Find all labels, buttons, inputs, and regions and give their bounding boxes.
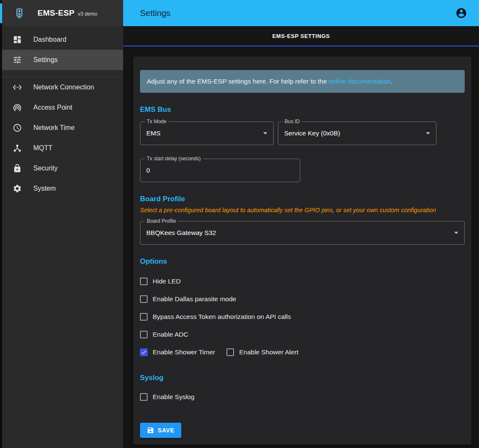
sidebar-item-label: Access Point [33, 104, 72, 111]
dashboard-icon [12, 35, 22, 45]
board-profile-value: BBQKees Gateway S32 [140, 221, 464, 244]
tx-mode-select[interactable]: Tx Mode EMS [140, 121, 274, 145]
options-checkbox-list: Hide LED Enable Dallas parasite mode [140, 273, 465, 361]
checkbox-label: Enable Syslog [153, 393, 194, 401]
checkbox-enable-adc[interactable]: Enable ADC [140, 331, 188, 338]
brand: EMS-ESP v3 demo [2, 0, 123, 26]
bus-id-label: Bus ID [283, 119, 302, 124]
edge-strip [0, 0, 2, 448]
checkbox-hide-led[interactable]: Hide LED [140, 278, 180, 285]
sidebar-item-dashboard[interactable]: Dashboard [2, 30, 123, 50]
banner-text-after: . [391, 78, 393, 85]
clock-icon [12, 123, 22, 133]
section-title-syslog: Syslog [140, 374, 465, 382]
checkbox-row: Enable Shower Timer Enable Shower Alert [140, 343, 465, 361]
checkbox-row: Bypass Access Token authorization on API… [140, 308, 465, 326]
checkbox-box[interactable] [140, 393, 148, 401]
bus-id-value: Service Key (0x0B) [278, 122, 436, 145]
ems-bus-field-row: Tx Mode EMS Bus ID Service Key (0x0B) [140, 121, 465, 145]
sidebar-item-security[interactable]: Security [2, 158, 123, 178]
sidebar-item-system[interactable]: System [2, 178, 123, 199]
checkbox-bypass-token[interactable]: Bypass Access Token authorization on API… [140, 313, 291, 321]
checkbox-row: Enable ADC [140, 326, 465, 343]
checkbox-label: Hide LED [153, 278, 180, 285]
save-button-label: SAVE [158, 427, 175, 434]
checkbox-box[interactable] [140, 331, 148, 338]
section-title-options: Options [140, 257, 465, 266]
checkbox-enable-syslog[interactable]: Enable Syslog [140, 393, 194, 401]
device-hub-icon [12, 143, 22, 153]
sidebar-nav: Dashboard Settings Network Connection Ac… [2, 26, 123, 199]
chevron-down-icon [263, 132, 267, 135]
brand-version: v3 demo [78, 10, 97, 17]
sidebar-item-network-time[interactable]: Network Time [2, 118, 123, 138]
app-logo-icon [13, 7, 26, 19]
sidebar-item-label: MQTT [33, 144, 52, 152]
topbar: Settings [123, 0, 479, 26]
chevron-down-icon [426, 132, 430, 135]
checkbox-dallas-parasite[interactable]: Enable Dallas parasite mode [140, 295, 236, 303]
board-profile-select[interactable]: Board Profile BBQKees Gateway S32 [140, 221, 465, 245]
main-column: Settings EMS-ESP SETTINGS Adjust any of … [123, 0, 479, 448]
sidebar-item-settings[interactable]: Settings [2, 50, 123, 70]
page-title: Settings [140, 8, 170, 18]
checkbox-box[interactable] [140, 348, 148, 356]
checkbox-box[interactable] [226, 348, 234, 356]
checkbox-shower-timer[interactable]: Enable Shower Timer [140, 348, 215, 356]
content-area: Adjust any of the EMS-ESP settings here.… [123, 46, 479, 448]
lock-icon [12, 163, 22, 173]
checkbox-box[interactable] [140, 313, 148, 321]
brand-title: EMS-ESP [38, 8, 75, 18]
sidebar-item-label: System [33, 185, 56, 192]
checkbox-row: Enable Syslog [140, 388, 465, 406]
checkbox-label: Bypass Access Token authorization on API… [153, 313, 291, 321]
tx-mode-label: Tx Mode [145, 119, 169, 124]
gear-icon [12, 184, 22, 194]
tx-mode-value: EMS [140, 122, 273, 145]
ethernet-icon [12, 82, 22, 92]
online-documentation-link[interactable]: online documentation [328, 78, 390, 85]
sidebar-item-label: Network Connection [33, 84, 94, 91]
tabbar: EMS-ESP SETTINGS [123, 26, 479, 46]
sidebar-item-label: Security [33, 165, 58, 172]
tab-ems-esp-settings[interactable]: EMS-ESP SETTINGS [272, 33, 330, 39]
edge-accent [0, 3, 2, 23]
bus-id-select[interactable]: Bus ID Service Key (0x0B) [278, 121, 436, 145]
checkbox-box[interactable] [140, 295, 148, 303]
sidebar-item-label: Dashboard [33, 36, 66, 43]
tx-delay-value: 0 [140, 159, 300, 182]
chevron-down-icon [454, 232, 458, 234]
sidebar: EMS-ESP v3 demo Dashboard Settings Netwo… [2, 0, 123, 448]
checkbox-label: Enable ADC [153, 331, 188, 338]
sidebar-item-mqtt[interactable]: MQTT [2, 138, 123, 158]
save-button[interactable]: SAVE [140, 423, 181, 438]
checkbox-label: Enable Shower Alert [239, 348, 298, 356]
checkbox-row: Hide LED [140, 273, 465, 290]
checkbox-box[interactable] [140, 278, 148, 285]
section-title-board-profile: Board Profile [140, 195, 465, 203]
account-circle-icon[interactable] [455, 7, 467, 19]
sidebar-item-access-point[interactable]: Access Point [2, 97, 123, 118]
save-icon [147, 426, 154, 434]
checkbox-row: Enable Dallas parasite mode [140, 290, 465, 308]
wifi-tethering-icon [12, 103, 22, 113]
tx-delay-input[interactable]: Tx start delay (seconds) 0 [140, 159, 300, 182]
checkbox-label: Enable Shower Timer [153, 348, 215, 356]
sidebar-item-network-connection[interactable]: Network Connection [2, 77, 123, 97]
settings-card: Adjust any of the EMS-ESP settings here.… [133, 57, 471, 445]
checkbox-shower-alert[interactable]: Enable Shower Alert [226, 348, 298, 356]
tune-icon [12, 55, 22, 65]
checkbox-label: Enable Dallas parasite mode [153, 295, 236, 303]
sidebar-item-label: Settings [33, 56, 58, 64]
info-banner: Adjust any of the EMS-ESP settings here.… [140, 70, 465, 93]
board-profile-label: Board Profile [145, 218, 178, 224]
sidebar-item-label: Network Time [33, 124, 75, 132]
tx-delay-label: Tx start delay (seconds) [145, 156, 203, 162]
board-profile-hint: Select a pre-configured board layout to … [140, 207, 465, 213]
section-title-ems-bus: EMS Bus [140, 105, 465, 114]
banner-text: Adjust any of the EMS-ESP settings here.… [147, 78, 328, 85]
